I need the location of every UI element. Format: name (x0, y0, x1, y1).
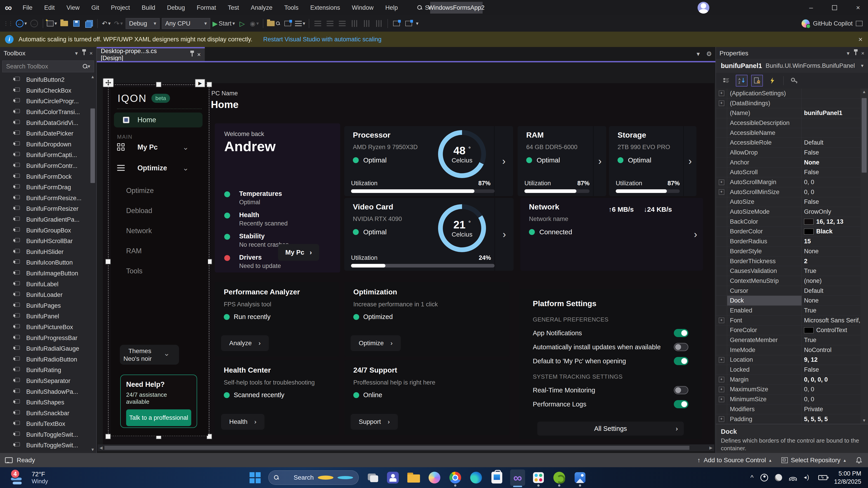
solution-explorer-button[interactable] (283, 18, 293, 29)
hot-reload-button[interactable]: ◉▾ (249, 18, 259, 29)
toolbox-item[interactable]: BunifuFormDrag (0, 182, 90, 193)
sidebar-subitem-optimize[interactable]: Optimize (126, 187, 154, 195)
toolbox-item[interactable]: BunifuGradientPa... (0, 215, 90, 225)
undo-button[interactable]: ↶▾ (101, 18, 111, 29)
property-row[interactable]: BorderThickness2 (716, 256, 860, 266)
obs-tray-icon[interactable] (761, 474, 768, 482)
document-tab[interactable]: Desktop-prope...s.cs [Design] × (97, 48, 205, 61)
property-row[interactable]: BorderStyleNone (716, 247, 860, 256)
expand-icon[interactable]: + (719, 318, 724, 323)
sidebar-item-mypc[interactable]: My Pc › (111, 143, 208, 156)
send-to-back-button[interactable] (404, 18, 414, 29)
property-row[interactable]: BorderRadius15 (716, 236, 860, 247)
toggle-off[interactable] (674, 343, 688, 351)
property-row[interactable]: AllowDropFalse (716, 148, 860, 158)
scroll-down-icon[interactable]: ▼ (90, 447, 95, 452)
find-in-files-button[interactable] (267, 18, 281, 29)
property-row[interactable]: +Location9, 12 (716, 355, 860, 365)
menu-item-build[interactable]: Build (136, 0, 161, 15)
chameleon-app-button[interactable] (552, 469, 567, 486)
property-row[interactable]: AutoSizeModeGrowOnly (716, 207, 860, 217)
expand-icon[interactable]: + (719, 387, 724, 392)
expand-icon[interactable]: + (719, 397, 724, 402)
property-row[interactable]: BackColor16, 12, 13 (716, 217, 860, 227)
events-button[interactable] (767, 75, 778, 87)
save-all-button[interactable] (84, 18, 94, 29)
menu-item-git[interactable]: Git (86, 0, 105, 15)
platform-dropdown[interactable]: Any CPU▾ (162, 18, 210, 29)
toolbox-item[interactable]: BunifuGroupBox (0, 225, 90, 236)
sidebar-subitem-debload[interactable]: Debload (126, 207, 154, 215)
resize-handle[interactable] (105, 434, 111, 439)
property-row[interactable]: +AutoScrollMinSize0, 0 (716, 187, 860, 197)
new-project-button[interactable]: ▾ (47, 18, 57, 29)
property-row[interactable]: ModifiersPrivate (716, 404, 860, 414)
expand-icon[interactable]: + (719, 357, 724, 363)
tray-app-icon[interactable] (775, 474, 782, 481)
minimize-button[interactable]: – (804, 0, 818, 15)
window-position-icon[interactable]: ▾ (75, 50, 78, 57)
toolbox-item[interactable]: BunifuColorTransi... (0, 107, 90, 118)
expand-icon[interactable]: + (719, 377, 724, 382)
align-bottom-button[interactable] (374, 18, 384, 29)
expand-icon[interactable]: + (719, 416, 724, 422)
property-row[interactable]: AccessibleName (716, 128, 860, 138)
toolbox-item[interactable]: BunifuRadioButton (0, 354, 90, 365)
weather-widget[interactable]: 4 72°F Windy (9, 468, 48, 487)
toolbox-item[interactable]: BunifuButton2 (0, 74, 90, 86)
toggle-on[interactable] (674, 357, 688, 365)
toolbox-item[interactable]: BunifuFormResizer (0, 203, 90, 215)
toolbox-item[interactable]: BunifuShadowPa... (0, 386, 90, 397)
microsoft-store-button[interactable] (489, 469, 504, 486)
teams-button[interactable] (385, 469, 400, 486)
expand-icon[interactable]: + (719, 189, 724, 195)
talk-to-professional-button[interactable]: Talk to a proffessional (126, 410, 191, 426)
window-position-icon[interactable]: ▾ (847, 50, 849, 57)
toggle-on[interactable] (674, 400, 688, 408)
toolbox-item[interactable]: BunifuFormDock (0, 171, 90, 182)
sidebar-item-optimize[interactable]: Optimize › (111, 164, 208, 177)
menu-item-file[interactable]: File (17, 0, 38, 15)
property-row[interactable]: +(DataBindings) (716, 98, 860, 108)
card-expand-button[interactable]: › (593, 126, 606, 196)
property-row[interactable]: AutoSizeFalse (716, 197, 860, 207)
close-button[interactable]: × (851, 0, 865, 15)
show-all-files-button[interactable]: ▾ (295, 18, 305, 29)
navigate-back-button[interactable]: ←▾ (16, 18, 27, 29)
property-row[interactable]: +Margin0, 0, 0, 0 (716, 375, 860, 385)
clock[interactable]: 5:00 PM 12/8/2025 (834, 469, 861, 486)
property-row[interactable]: (Name)bunifuPanel1 (716, 108, 860, 118)
card-expand-button[interactable]: › (494, 126, 513, 196)
all-settings-button[interactable]: All Settings› (537, 422, 684, 435)
scroll-up-icon[interactable]: ▲ (90, 74, 95, 79)
toolbox-item[interactable]: BunifuPictureBox (0, 322, 90, 333)
menu-item-extensions[interactable]: Extensions (304, 0, 346, 15)
volume-icon[interactable] (804, 475, 811, 481)
sidebar-item-home[interactable]: Home (114, 112, 203, 127)
sidebar-subitem-tools[interactable]: Tools (126, 267, 154, 275)
property-row[interactable]: AutoScrollFalse (716, 168, 860, 177)
tab-list-icon[interactable]: ▾ (697, 50, 700, 58)
toolbox-item[interactable]: BunifuLabel (0, 279, 90, 290)
optimize-button[interactable]: Optimize› (350, 335, 401, 351)
alphabetical-button[interactable]: AZ (736, 75, 747, 87)
resize-handle[interactable] (207, 82, 212, 87)
toolbox-item[interactable]: BunifuIconButton (0, 257, 90, 268)
smart-tag-button[interactable]: ▶ (195, 79, 205, 87)
toolbox-item[interactable]: BunifuCircleProgr... (0, 96, 90, 107)
tray-expand-icon[interactable]: ^ (750, 474, 754, 482)
task-view-button[interactable] (365, 469, 379, 486)
properties-scrollbar[interactable]: ▲ ▼ (860, 89, 868, 424)
property-row[interactable]: EnabledTrue (716, 306, 860, 316)
property-row[interactable]: GenerateMemberTrue (716, 335, 860, 345)
menu-item-format[interactable]: Format (191, 0, 222, 15)
toolbox-item[interactable]: BunifuHScrollBar (0, 236, 90, 247)
scroll-left-icon[interactable]: ◀ (98, 445, 104, 450)
user-avatar[interactable] (698, 2, 709, 13)
card-expand-button[interactable]: › (683, 126, 696, 196)
toolbar-overflow-icon[interactable]: ▾ (416, 21, 418, 26)
app-sidebar-panel[interactable]: IQON beta Home MAIN My Pc › (111, 87, 208, 436)
property-row[interactable]: +AutoScrollMargin0, 0 (716, 177, 860, 187)
property-row[interactable]: +MaximumSize0, 0 (716, 385, 860, 395)
property-pages-button[interactable] (789, 75, 800, 87)
